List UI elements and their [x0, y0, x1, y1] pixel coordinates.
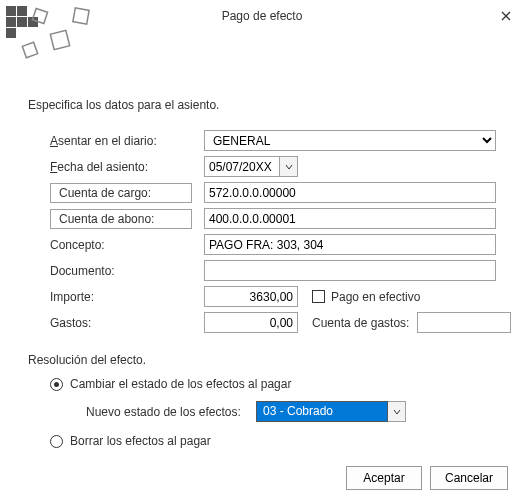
titlebar: Pago de efecto [0, 0, 524, 32]
button-cuenta-abono[interactable]: Cuenta de abono: [50, 209, 192, 229]
date-dropdown-button[interactable] [280, 156, 298, 177]
section-resolution-title: Resolución del efecto. [28, 353, 496, 367]
instruction-text: Especifica los datos para el asiento. [28, 98, 496, 112]
label-gastos: Gastos: [50, 316, 204, 330]
label-importe: Importe: [50, 290, 204, 304]
label-cuenta-gastos: Cuenta de gastos: [312, 316, 409, 330]
label-documento: Documento: [50, 264, 204, 278]
button-cuenta-cargo[interactable]: Cuenta de cargo: [50, 183, 192, 203]
select-diario[interactable]: GENERAL [204, 130, 496, 151]
label-diario: Asentar en el diario: [50, 134, 204, 148]
radio-icon [50, 435, 63, 448]
input-cuenta-cargo[interactable] [204, 182, 496, 203]
close-icon [501, 11, 511, 21]
chevron-down-icon [393, 408, 401, 416]
label-fecha: Fecha del asiento: [50, 160, 204, 174]
svg-rect-7 [50, 30, 69, 49]
dialog-title: Pago de efecto [222, 9, 303, 23]
input-documento[interactable] [204, 260, 496, 281]
cancel-button[interactable]: Cancelar [430, 466, 508, 490]
input-cuenta-abono[interactable] [204, 208, 496, 229]
close-button[interactable] [496, 6, 516, 26]
label-concepto: Concepto: [50, 238, 204, 252]
radio-delete-effects-label: Borrar los efectos al pagar [70, 434, 211, 448]
svg-rect-9 [22, 42, 37, 57]
radio-delete-effects[interactable]: Borrar los efectos al pagar [50, 434, 496, 448]
chevron-down-icon [285, 163, 293, 171]
radio-icon [50, 378, 63, 391]
radio-change-state[interactable]: Cambiar el estado de los efectos al paga… [50, 377, 496, 391]
checkbox-pago-efectivo[interactable]: Pago en efectivo [312, 290, 420, 304]
checkbox-icon [312, 290, 325, 303]
input-concepto[interactable] [204, 234, 496, 255]
radio-change-state-label: Cambiar el estado de los efectos al paga… [70, 377, 291, 391]
label-pago-efectivo: Pago en efectivo [331, 290, 420, 304]
input-importe[interactable] [204, 286, 298, 307]
accept-button[interactable]: Aceptar [346, 466, 422, 490]
select-new-state[interactable]: 03 - Cobrado [256, 401, 388, 422]
input-gastos[interactable] [204, 312, 298, 333]
label-new-state: Nuevo estado de los efectos: [86, 405, 256, 419]
input-cuenta-gastos[interactable] [417, 312, 511, 333]
input-fecha[interactable] [204, 156, 280, 177]
select-new-state-dropdown[interactable] [388, 401, 406, 422]
